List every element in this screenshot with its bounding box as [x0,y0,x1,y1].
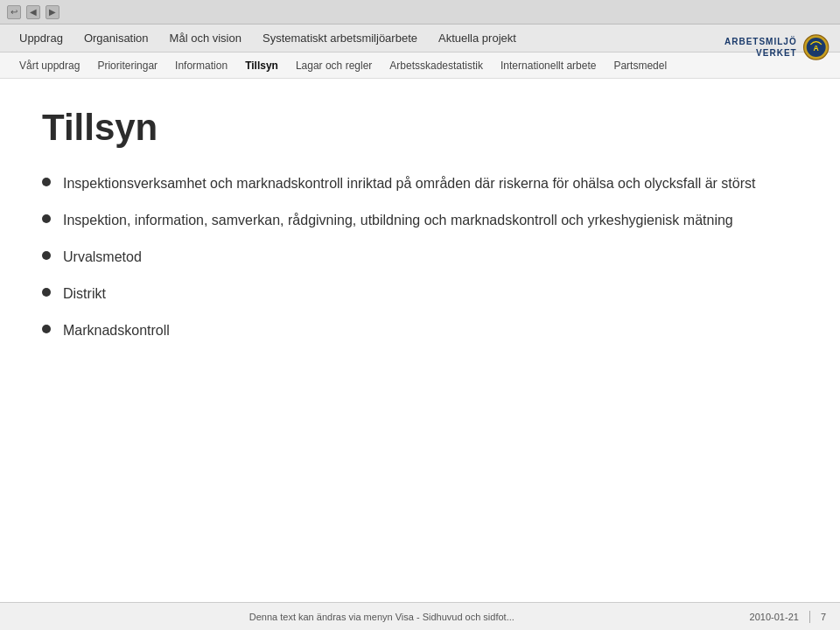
back-button[interactable]: ◀ [26,5,40,19]
bullet-text: Inspektion, information, samverkan, rådg… [63,210,798,231]
subnav-item-lagar-och-regler[interactable]: Lagar och regler [287,56,381,75]
list-item: Urvalsmetod [42,247,798,268]
subnav-item-tillsyn[interactable]: Tillsyn [236,56,287,75]
bullet-text: Inspektionsverksamhet och marknadskontro… [63,173,798,194]
list-item: Distrikt [42,284,798,304]
logo-text: ARBETSMILJÖ VERKET [724,36,797,59]
title-bar: ↩ ◀ ▶ [0,0,840,24]
bullet-dot [42,178,51,186]
bullet-dot [42,288,51,297]
list-item: Marknadskontroll [42,320,798,341]
footer-page: 7 [821,612,826,622]
menu-item-mal-och-vision[interactable]: Mål och vision [161,28,250,48]
logo-line2: VERKET [724,47,797,59]
bullet-text: Distrikt [63,284,798,304]
logo-area: ARBETSMILJÖ VERKET A [724,24,830,70]
bullet-dot [42,214,51,223]
bullet-list: Inspektionsverksamhet och marknadskontro… [42,173,798,341]
sub-nav: Vårt uppdrag Prioriteringar Information … [0,52,840,79]
bullet-dot [42,325,51,333]
subnav-item-internationellt-arbete[interactable]: Internationellt arbete [492,56,605,75]
forward-button[interactable]: ▶ [46,5,60,19]
subnav-item-arbetsskadestatistik[interactable]: Arbetsskadestatistik [381,56,492,75]
slide-title: Tillsyn [42,107,798,149]
undo-button[interactable]: ↩ [7,5,21,19]
menu-item-aktuella-projekt[interactable]: Aktuella projekt [430,28,525,48]
list-item: Inspektionsverksamhet och marknadskontro… [42,173,798,194]
footer: Denna text kan ändras via menyn Visa - S… [0,602,840,630]
subnav-item-vart-uppdrag[interactable]: Vårt uppdrag [10,56,88,75]
bullet-text: Marknadskontroll [63,320,798,341]
logo-line1: ARBETSMILJÖ [724,36,797,47]
menu-bar: Uppdrag Organisation Mål och vision Syst… [0,24,840,52]
menu-item-systematiskt[interactable]: Systematiskt arbetsmiljöarbete [254,28,426,48]
subnav-item-prioriteringar[interactable]: Prioriteringar [88,56,166,75]
footer-right: 2010-01-21 7 [750,611,826,623]
subnav-item-information[interactable]: Information [166,56,236,75]
main-content: Tillsyn Inspektionsverksamhet och markna… [0,79,840,602]
bullet-dot [42,251,51,260]
svg-text:A: A [813,44,818,52]
menu-item-uppdrag[interactable]: Uppdrag [10,28,72,48]
menu-item-organisation[interactable]: Organisation [75,28,158,48]
main-window: ↩ ◀ ▶ ARBETSMILJÖ VERKET A Uppdrag Organ… [0,0,840,630]
footer-date: 2010-01-21 [750,612,799,622]
footer-divider [809,611,810,623]
bullet-text: Urvalsmetod [63,247,798,268]
logo-emblem: A [802,32,830,63]
subnav-item-partsmedel[interactable]: Partsmedel [605,56,676,75]
list-item: Inspektion, information, samverkan, rådg… [42,210,798,231]
footer-center: Denna text kan ändras via menyn Visa - S… [14,612,750,622]
